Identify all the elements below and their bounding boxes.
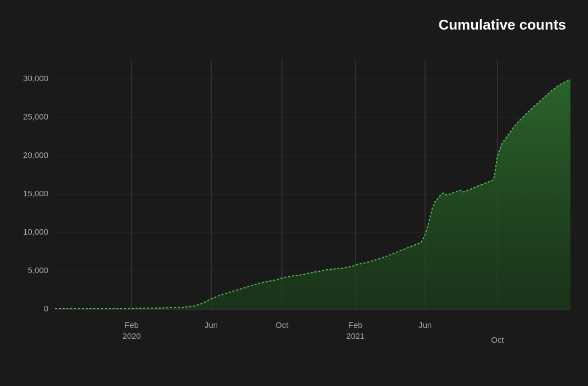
x-label-2020: 2020	[122, 331, 140, 340]
x-label-2021: 2021	[346, 331, 364, 340]
chart-area	[55, 80, 570, 309]
y-label-30000: 30,000	[23, 73, 48, 83]
chart-container: Cumulative counts 30,000 25,000 20,000 1…	[0, 0, 588, 386]
x-label-oct2021: Oct	[491, 335, 504, 344]
x-label-jun2021: Jun	[419, 320, 432, 330]
x-label-feb2021: Feb	[348, 320, 363, 330]
y-label-5000: 5,000	[27, 265, 48, 275]
y-label-25000: 25,000	[23, 112, 48, 121]
y-label-15000: 15,000	[23, 189, 48, 198]
y-label-10000: 10,000	[23, 227, 48, 236]
x-label-oct2020: Oct	[275, 320, 289, 330]
x-label-jun2020: Jun	[205, 320, 218, 330]
y-label-20000: 20,000	[23, 150, 48, 160]
main-chart: 30,000 25,000 20,000 15,000 10,000 5,000…	[0, 0, 588, 386]
y-label-0: 0	[44, 304, 48, 313]
x-label-feb2020: Feb	[125, 320, 139, 330]
